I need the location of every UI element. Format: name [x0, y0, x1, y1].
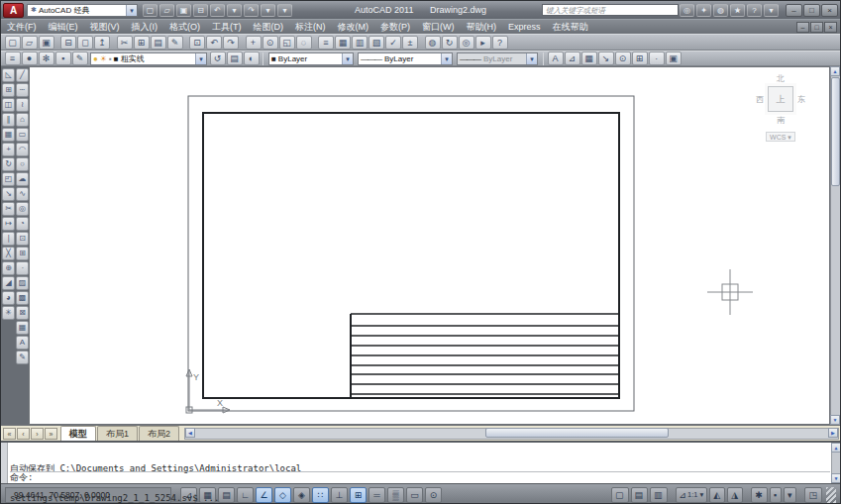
scroll-down-icon[interactable]: ▼ — [830, 415, 840, 425]
modify-button-offset[interactable]: ∥ — [2, 113, 15, 127]
menu-modify[interactable]: 修改(M) — [332, 20, 375, 35]
layers-button-layer-lock[interactable]: ▪ — [55, 51, 71, 65]
viewcube-north[interactable]: 北 — [748, 73, 813, 84]
help-search-input[interactable] — [542, 4, 679, 16]
window-button-restore[interactable]: □ — [803, 4, 820, 17]
toolbar-button-help[interactable]: ? — [492, 36, 508, 50]
qat-button-open[interactable]: ▱ — [159, 4, 174, 17]
toolbar-button-sheet-set-manager[interactable]: ▧ — [368, 36, 384, 50]
qat-button-new[interactable]: ▢ — [143, 4, 158, 17]
toolbar-button-show-motion[interactable]: ▸ — [475, 36, 491, 50]
workspace-dropdown[interactable]: ✱ AutoCAD 经典 ▾ — [27, 4, 138, 17]
scroll-up-icon[interactable]: ▲ — [831, 443, 841, 453]
styles-button-attribute-editor[interactable]: ⊙ — [615, 51, 631, 65]
toolbar-button-new[interactable]: ▢ — [5, 36, 21, 50]
modify-button-rotate[interactable]: ↻ — [2, 157, 15, 171]
app-logo-icon[interactable]: A — [3, 3, 24, 18]
toolbar-button-publish[interactable]: ↥ — [94, 36, 110, 50]
toolbar-button-zoom-previous[interactable]: ◌ — [296, 36, 312, 50]
qat-button-qat-menu[interactable]: ▾ — [277, 4, 292, 17]
window-button-minimize[interactable]: – — [786, 4, 802, 17]
drawing-canvas[interactable]: YX 北 西 上 东 南 WCS ▾ — [29, 66, 830, 425]
styles-button-point-style[interactable]: ∙ — [649, 51, 665, 65]
modify-button-scale[interactable]: ◰ — [2, 172, 15, 186]
draw-button-insert-block[interactable]: ⊡ — [16, 232, 29, 246]
toolbar-button-pan[interactable]: + — [246, 36, 262, 50]
toolbar-button-save[interactable]: ▣ — [39, 36, 54, 50]
modify-button-join[interactable]: ⊕ — [2, 261, 15, 275]
color-dropdown-arrow-icon[interactable]: ▾ — [342, 53, 353, 64]
draw-button-spline[interactable]: ∿ — [16, 187, 29, 201]
draw-button-multiline-text[interactable]: A — [16, 336, 29, 350]
toolbar-button-undo[interactable]: ↶ — [206, 36, 222, 50]
scroll-up-icon[interactable]: ▲ — [830, 66, 840, 76]
modify-button-trim[interactable]: ✂ — [2, 202, 15, 216]
toolbar-button-orbit[interactable]: ↻ — [442, 36, 458, 50]
draw-button-point[interactable]: ∙ — [16, 261, 29, 275]
draw-button-gradient[interactable]: ▩ — [16, 291, 29, 305]
styles-button-dimension-style[interactable]: ⊿ — [565, 51, 580, 65]
layers-button-layer-previous[interactable]: ↺ — [210, 51, 226, 65]
toolbar-button-zoom-window[interactable]: ◱ — [279, 36, 295, 50]
draw-button-ellipse[interactable]: ◎ — [16, 202, 29, 216]
styles-button-table-style[interactable]: ▦ — [581, 51, 597, 65]
toolbar-button-copy[interactable]: ⊞ — [134, 36, 150, 50]
draw-button-revision-cloud[interactable]: ☁ — [16, 172, 29, 186]
modify-button-explode[interactable]: ✳ — [2, 306, 15, 320]
layers-button-layer-properties-manager[interactable]: ≡ — [5, 51, 21, 65]
toolbar-button-cut[interactable]: ✂ — [117, 36, 133, 50]
linetype-dropdown[interactable]: ——— ByLayer ▾ — [358, 52, 453, 65]
tab-layout2[interactable]: 布局2 — [139, 426, 179, 441]
modify-button-copy[interactable]: ⊞ — [2, 83, 15, 97]
styles-button-block-definition[interactable]: ⊞ — [632, 51, 648, 65]
toolbar-button-match-properties[interactable]: ✎ — [167, 36, 183, 50]
draw-button-polygon[interactable]: ⌂ — [16, 113, 29, 127]
draw-button-table[interactable]: ▦ — [16, 321, 29, 335]
toolbar-button-plot-preview[interactable]: ◻ — [77, 36, 93, 50]
titlebar-icon-subscription-center[interactable]: ✦ — [696, 4, 711, 17]
layers-button-layer-isolate[interactable]: ◐ — [244, 51, 260, 65]
modify-button-fillet[interactable]: ◕ — [2, 291, 15, 305]
draw-button-add-selected[interactable]: ✎ — [16, 351, 29, 364]
layers-button-layer-freeze[interactable]: ✻ — [39, 51, 54, 65]
doc-window-button-doc-close[interactable]: × — [824, 22, 837, 33]
menu-express[interactable]: Express — [502, 20, 547, 35]
doc-window-button-doc-restore[interactable]: □ — [810, 22, 823, 33]
toolbar-button-steering-wheel[interactable]: ◎ — [459, 36, 474, 50]
qat-button-undo-menu[interactable]: ▾ — [227, 4, 242, 17]
titlebar-icon-communication-center[interactable]: ◍ — [713, 4, 728, 17]
menu-parametric[interactable]: 参数(P) — [374, 20, 416, 35]
titlebar-icon-help-menu[interactable]: ▾ — [764, 4, 779, 17]
layer-dropdown[interactable]: ●☀▪■ 粗实线 ▾ — [90, 52, 207, 65]
draw-button-make-block[interactable]: ⊞ — [16, 247, 29, 260]
modify-button-break-at-point[interactable]: ∣ — [2, 232, 15, 246]
horizontal-scrollbar[interactable]: ◀ ▶ — [184, 428, 839, 440]
menu-draw[interactable]: 绘图(D) — [248, 20, 290, 35]
modify-button-erase[interactable]: ◺ — [2, 68, 15, 82]
menu-tools[interactable]: 工具(T) — [206, 20, 248, 35]
tab-nav-button-previous[interactable]: ‹ — [17, 428, 30, 440]
draw-button-region[interactable]: ⊠ — [16, 306, 29, 320]
scroll-left-icon[interactable]: ◀ — [185, 428, 195, 438]
workspace-dropdown-arrow-icon[interactable]: ▾ — [126, 5, 137, 16]
toolbar-button-quick-calc[interactable]: ± — [402, 36, 418, 50]
draw-button-polyline[interactable]: ≀ — [16, 98, 29, 112]
toolbar-button-paste[interactable]: ▤ — [151, 36, 166, 50]
toolbar-button-markup-set-manager[interactable]: ✓ — [385, 36, 401, 50]
layers-button-layer-off[interactable]: ● — [22, 51, 38, 65]
viewcube-top-face[interactable]: 上 — [768, 86, 793, 112]
titlebar-icon-favorites[interactable]: ★ — [730, 4, 745, 17]
command-window-grip[interactable] — [1, 443, 8, 483]
qat-button-redo-menu[interactable]: ▾ — [261, 4, 275, 17]
draw-button-hatch[interactable]: ▨ — [16, 276, 29, 290]
toolbar-button-zoom-realtime[interactable]: ⊙ — [263, 36, 278, 50]
command-scrollbar[interactable]: ▲ ▼ — [831, 443, 840, 483]
draw-button-rectangle[interactable]: ▭ — [16, 128, 29, 142]
tab-nav-button-last[interactable]: » — [45, 428, 57, 440]
vertical-scrollbar[interactable]: ▲ ▼ — [830, 66, 840, 425]
menu-insert[interactable]: 插入(I) — [126, 20, 164, 35]
draw-button-line[interactable]: ╱ — [16, 68, 29, 82]
viewcube-wcs-menu[interactable]: WCS ▾ — [766, 132, 795, 142]
menu-file[interactable]: 文件(F) — [1, 20, 43, 35]
draw-button-circle[interactable]: ○ — [16, 157, 29, 171]
